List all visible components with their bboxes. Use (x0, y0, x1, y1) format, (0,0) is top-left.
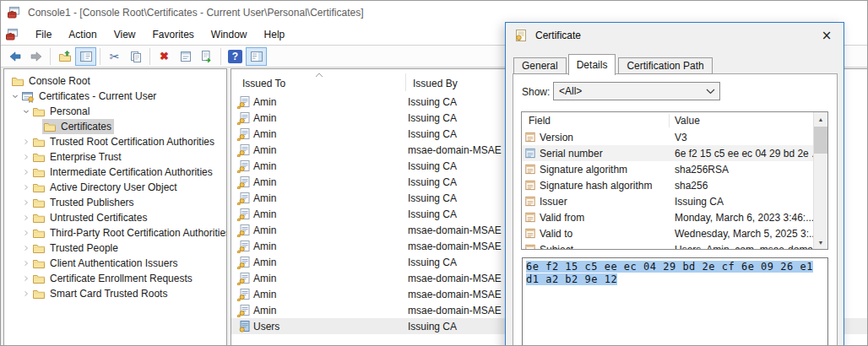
toolbar-separator (50, 48, 51, 65)
show-dropdown[interactable]: <All> (553, 82, 720, 100)
tab-details[interactable]: Details (568, 54, 616, 75)
back-button[interactable] (4, 47, 25, 66)
menu-window[interactable]: Window (203, 25, 256, 44)
chevron-collapsed-icon[interactable] (20, 272, 31, 285)
field-row[interactable]: Valid fromMonday, March 6, 2023 3:46:... (522, 209, 813, 225)
chevron-expanded-icon[interactable] (20, 105, 31, 118)
console-tree-pane: Console Root Certificates - Current User… (3, 68, 227, 346)
field-icon (524, 211, 537, 224)
tree-item-label: Client Authentication Issuers (50, 257, 177, 269)
menu-view[interactable]: View (106, 25, 144, 44)
grid-header: Field Value (522, 112, 813, 129)
column-header-field[interactable]: Field (529, 115, 551, 127)
tree-item-label: Trusted People (50, 242, 118, 254)
tree-item-certificate-enrollment-requests[interactable]: Certificate Enrollment Requests (4, 271, 226, 286)
toolbar-separator (100, 48, 100, 65)
forward-button[interactable] (25, 47, 46, 66)
chevron-collapsed-icon[interactable] (20, 257, 31, 270)
menu-file[interactable]: File (27, 25, 60, 44)
field-row[interactable]: Signature algorithmsha256RSA (522, 161, 813, 177)
field-row[interactable]: SubjectUsers, Amin, com, msae-domain (522, 241, 813, 250)
tree-item-trusted-root-cas[interactable]: Trusted Root Certification Authorities (4, 134, 226, 149)
field-row[interactable]: VersionV3 (522, 129, 813, 145)
column-divider[interactable] (405, 73, 406, 91)
folder-icon (32, 272, 46, 285)
tab-certification-path[interactable]: Certification Path (618, 57, 712, 74)
tree-item-label: Intermediate Certification Authorities (50, 166, 213, 178)
serial-number-hex-view[interactable]: 6e f2 15 c5 ee ec 04 29 bd 2e cf 6e 09 2… (522, 257, 828, 346)
back-arrow-icon (8, 50, 22, 63)
show-hide-console-tree-button[interactable] (75, 47, 96, 66)
properties-button[interactable] (175, 47, 196, 66)
certificate-key-icon (236, 272, 251, 285)
tree-item-certificates[interactable]: Certificates (4, 119, 226, 134)
chevron-collapsed-icon[interactable] (20, 196, 31, 209)
column-divider[interactable] (669, 114, 670, 127)
chevron-collapsed-icon[interactable] (20, 211, 31, 224)
certificate-key-icon (236, 111, 251, 125)
copy-button[interactable] (125, 47, 146, 66)
certificate-key-icon (236, 143, 251, 157)
forward-arrow-icon (30, 50, 43, 63)
show-hide-action-pane-button[interactable] (246, 47, 267, 66)
chevron-expanded-icon[interactable] (9, 89, 20, 103)
menu-favorites[interactable]: Favorites (144, 25, 203, 44)
tree-item-third-party-root-cas[interactable]: Third-Party Root Certification Authoriti… (4, 225, 226, 241)
tree-item-certificates-current-user[interactable]: Certificates - Current User (4, 89, 226, 104)
menu-help[interactable]: Help (256, 25, 294, 44)
tree-item-smart-card-trusted-roots[interactable]: Smart Card Trusted Roots (4, 286, 226, 301)
grid-scrollbar[interactable]: ▲ ▼ (813, 112, 827, 249)
tree-item-trusted-people[interactable]: Trusted People (4, 241, 226, 256)
export-list-button[interactable] (196, 47, 217, 66)
certificate-key-icon (236, 208, 251, 221)
field-row-selected[interactable]: Serial number6e f2 15 c5 ee ec 04 29 bd … (522, 145, 813, 161)
up-folder-icon (58, 50, 72, 63)
tree-item-enterprise-trust[interactable]: Enterprise Trust (4, 149, 226, 165)
certificate-key-icon (236, 224, 251, 237)
column-header-value[interactable]: Value (675, 115, 700, 127)
field-row[interactable]: Valid toWednesday, March 5, 2025 3:... (522, 225, 813, 241)
show-label: Show: (522, 86, 550, 98)
tree-item-client-authentication-issuers[interactable]: Client Authentication Issuers (4, 256, 226, 271)
field-icon (524, 195, 537, 208)
chevron-collapsed-icon[interactable] (20, 287, 31, 300)
tree-item-console-root[interactable]: Console Root (4, 73, 226, 89)
chevron-collapsed-icon[interactable] (20, 181, 31, 194)
console-child-window-icon[interactable] (5, 28, 19, 41)
cut-button[interactable]: ✂ (104, 47, 125, 66)
certificate-key-icon (236, 192, 251, 205)
dialog-title: Certificate (535, 30, 811, 41)
tab-general[interactable]: General (513, 57, 567, 74)
help-button[interactable]: ? (225, 47, 246, 66)
scroll-up-icon[interactable]: ▲ (814, 112, 827, 126)
delete-button[interactable]: ✖ (154, 47, 175, 66)
up-one-level-button[interactable] (54, 47, 75, 66)
scrollbar-thumb[interactable] (814, 127, 827, 154)
tree-item-label: Untrusted Certificates (50, 212, 147, 224)
column-header-issued-to[interactable]: Issued To (242, 78, 285, 89)
menu-action[interactable]: Action (60, 25, 105, 44)
field-value-grid: Field Value VersionV3 Serial number6e f2… (521, 111, 828, 250)
chevron-collapsed-icon[interactable] (20, 226, 31, 240)
chevron-collapsed-icon[interactable] (20, 135, 31, 149)
field-row[interactable]: Signature hash algorithmsha256 (522, 177, 813, 193)
chevron-collapsed-icon[interactable] (20, 150, 31, 164)
tree-item-intermediate-cas[interactable]: Intermediate Certification Authorities (4, 165, 226, 180)
field-row[interactable]: IssuerIssuing CA (522, 193, 813, 209)
tree-item-label: Certificates (61, 121, 111, 132)
chevron-down-icon[interactable] (701, 89, 719, 95)
certificate-key-icon (236, 95, 251, 109)
chevron-collapsed-icon[interactable] (20, 165, 31, 179)
tree-item-trusted-publishers[interactable]: Trusted Publishers (4, 195, 226, 210)
tree-item-label: Certificate Enrollment Requests (50, 273, 193, 284)
scroll-down-icon[interactable]: ▼ (814, 235, 827, 249)
certificate-dialog-icon (514, 29, 528, 42)
tree-item-personal[interactable]: Personal (4, 104, 226, 119)
column-header-issued-by[interactable]: Issued By (413, 78, 458, 89)
chevron-collapsed-icon[interactable] (20, 241, 31, 255)
tree-item-untrusted-certificates[interactable]: Untrusted Certificates (4, 210, 226, 225)
field-icon (524, 243, 537, 250)
certificate-key-icon (236, 288, 251, 301)
dialog-close-button[interactable]: × (818, 27, 835, 44)
tree-item-active-directory-user-object[interactable]: Active Directory User Object (4, 180, 226, 195)
